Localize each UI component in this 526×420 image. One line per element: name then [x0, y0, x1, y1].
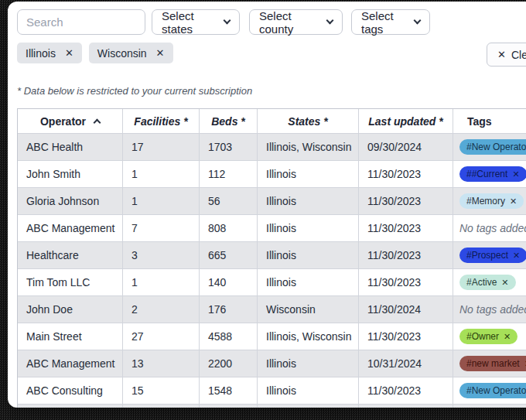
tag-label: #Memory [466, 196, 505, 207]
cell-tags: ##Current✕ [453, 161, 526, 187]
cell-beds: 2200 [200, 350, 258, 377]
table-row[interactable]: Healthcare3665Illinois11/30/2023#Prospec… [18, 242, 526, 269]
data-panel-card: Select states Select county Select tags … [8, 2, 526, 408]
column-header-beds[interactable]: Beds * [200, 109, 258, 133]
remove-chip-icon[interactable]: ✕ [65, 48, 73, 58]
cell-beds: 808 [200, 215, 258, 241]
tag-label: #Active [466, 277, 497, 288]
cell-states: Illinois [258, 188, 359, 214]
table-row[interactable]: Main Street274588Illinois, Wisconsin11/3… [18, 323, 526, 350]
cell-facilities: 15 [123, 377, 200, 404]
search-input[interactable] [17, 9, 145, 35]
cell-beds: 140 [200, 269, 258, 295]
column-header-label: Tags [467, 115, 492, 128]
tag-pill-new-market: #new market✕ [459, 356, 526, 371]
cell-operator: Gloria Johnson [18, 188, 123, 214]
cell-last-updated: 11/30/2023 [359, 269, 453, 295]
cell-states: Illinois, Wisconsin [258, 323, 359, 350]
tag-pill-owner: #Owner✕ [459, 329, 517, 344]
select-county-label: Select county [259, 9, 320, 36]
cell-last-updated: 11/30/2023 [359, 161, 453, 187]
table-row[interactable]: Tim Tom LLC1140Illinois11/30/2023#Active… [18, 269, 526, 296]
cell-operator: ABC Health [18, 134, 123, 160]
cell-states: Wisconsin [258, 296, 359, 323]
cell-facilities: 2 [123, 296, 200, 323]
column-header-facilities[interactable]: Facilities * [123, 109, 200, 133]
cell-states [258, 405, 359, 408]
select-county-dropdown[interactable]: Select county [249, 9, 343, 35]
tag-close-icon[interactable]: ✕ [504, 333, 511, 341]
cell-last-updated: 11/30/2023 [359, 323, 453, 350]
table-row[interactable]: ABC Health171703Illinois, Wisconsin09/30… [18, 134, 526, 161]
column-header-last-updated[interactable]: Last updated * [359, 109, 453, 133]
cell-operator: ABC Management [18, 215, 123, 241]
tag-pill-current: ##Current✕ [459, 166, 526, 182]
tag-pill-new-operator: #New Operator✕ [459, 139, 526, 155]
cell-facilities: 1 [123, 161, 200, 187]
operators-table: OperatorFacilities *Beds *States *Last u… [17, 108, 526, 408]
clear-filters-button[interactable]: ✕ Clear [487, 43, 526, 67]
tag-pill-new-operator: #New Operator✕ [459, 383, 526, 398]
cell-tags: #New Operator✕ [453, 134, 526, 160]
cell-beds: 665 [200, 242, 258, 268]
cell-beds: 56 [200, 188, 258, 214]
table-row[interactable]: ABC Consulting151548Illinois11/30/2023#N… [18, 377, 526, 405]
tag-close-icon[interactable]: ✕ [510, 197, 517, 206]
cell-beds: 176 [200, 296, 258, 323]
column-header-label: Beds * [211, 115, 245, 128]
sort-ascending-icon [94, 119, 101, 127]
cell-last-updated: 09/30/2024 [359, 134, 453, 160]
column-header-label: States * [288, 115, 327, 128]
filter-chip-illinois: Illinois ✕ [17, 43, 82, 63]
active-filter-chips: Illinois ✕ Wisconsin ✕ [17, 43, 173, 63]
cell-tags: No tags added f [453, 215, 526, 241]
cell-operator: ABC Management [18, 350, 123, 377]
cell-tags: No tags added f [453, 296, 526, 323]
tag-pill-prospect: #Prospect✕ [459, 248, 526, 263]
table-row[interactable]: Gloria Johnson156Illinois11/30/2023#Memo… [18, 188, 526, 215]
table-header-row: OperatorFacilities *Beds *States *Last u… [18, 109, 526, 134]
tag-pill-active: #Active✕ [459, 275, 516, 290]
cell-operator: John Doe [18, 296, 123, 323]
table-row[interactable]: John Smith1112Illinois11/30/2023##Curren… [18, 161, 526, 188]
cell-facilities [123, 405, 200, 408]
no-tags-text: No tags added f [459, 303, 526, 316]
cell-tags: #new market✕ [453, 350, 526, 377]
tag-label: #Prospect [466, 250, 508, 261]
tag-pill-memory: #Memory✕ [459, 193, 524, 209]
cell-states: Illinois [258, 242, 359, 268]
column-header-states[interactable]: States * [258, 109, 359, 133]
column-header-operator[interactable]: Operator [18, 109, 123, 133]
cell-last-updated [359, 405, 453, 408]
table-row[interactable]: ABC Management132200Illinois10/31/2024#n… [18, 350, 526, 377]
cell-tags: #New Operator✕ [453, 377, 526, 404]
cell-states: Illinois [258, 350, 359, 377]
no-tags-text: No tags added f [459, 222, 526, 234]
cell-operator: John Smith [18, 161, 123, 187]
cell-tags: #Prospect✕ [453, 242, 526, 268]
remove-chip-icon[interactable]: ✕ [156, 48, 165, 58]
select-tags-label: Select tags [361, 9, 408, 36]
subscription-note: * Data below is restricted to your curre… [17, 85, 252, 97]
chevron-down-icon [326, 17, 334, 25]
clear-icon: ✕ [497, 49, 506, 60]
cell-operator [18, 405, 123, 408]
table-row[interactable]: ABC Management7808Illinois11/30/2023No t… [18, 215, 526, 242]
tag-close-icon[interactable]: ✕ [512, 170, 519, 179]
tag-close-icon[interactable]: ✕ [513, 251, 520, 260]
tag-label: #New Operator [466, 142, 526, 152]
column-header-label: Facilities * [134, 115, 187, 128]
cell-operator: Healthcare [18, 242, 123, 268]
cell-facilities: 1 [123, 269, 200, 295]
select-states-dropdown[interactable]: Select states [152, 9, 240, 35]
tag-label: #Owner [466, 331, 499, 342]
table-row-partial[interactable] [18, 405, 526, 408]
cell-tags: #Owner✕ [453, 323, 526, 350]
select-tags-dropdown[interactable]: Select tags [351, 9, 430, 35]
cell-facilities: 1 [123, 188, 200, 214]
filter-chip-wisconsin: Wisconsin ✕ [89, 43, 173, 63]
table-row[interactable]: John Doe2176Wisconsin11/30/2024No tags a… [18, 296, 526, 323]
cell-facilities: 27 [123, 323, 200, 350]
tag-close-icon[interactable]: ✕ [501, 278, 508, 287]
column-header-tags[interactable]: Tags [453, 109, 526, 133]
